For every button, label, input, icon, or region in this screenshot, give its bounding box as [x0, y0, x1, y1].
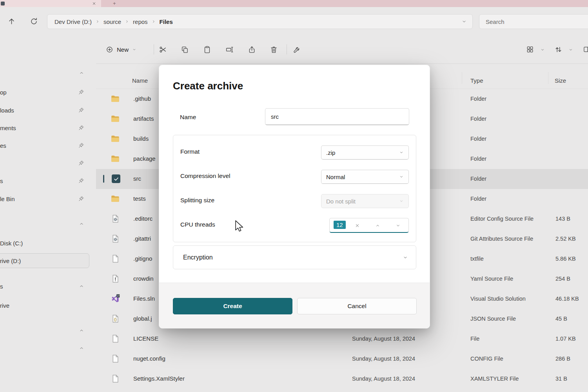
toolbar-bottom-divider: [96, 64, 588, 64]
encryption-expander[interactable]: Encryption: [173, 245, 416, 269]
create-button[interactable]: Create: [173, 298, 292, 314]
breadcrumb-item[interactable]: source: [103, 18, 121, 25]
file-type: Folder: [470, 96, 486, 102]
file-type: Folder: [470, 156, 486, 162]
file-row[interactable]: nuget.configSunday, August 18, 2024CONFI…: [96, 349, 588, 369]
properties-wrench-icon[interactable]: [292, 44, 302, 54]
chevron-down-icon[interactable]: [540, 47, 545, 52]
share-icon[interactable]: [247, 44, 257, 54]
tab-close-icon[interactable]: [92, 1, 96, 6]
sidebar-item-label: s: [0, 178, 3, 184]
sidebar-item-label: Disk (C:): [0, 240, 23, 247]
checkbox-checked[interactable]: [112, 174, 120, 183]
sidebar-item[interactable]: es: [0, 138, 96, 153]
format-dropdown[interactable]: .zip: [321, 145, 409, 160]
file-icon: [111, 354, 120, 363]
section-collapse-icon[interactable]: [79, 70, 84, 76]
sidebar-item-drive[interactable]: rive: [0, 298, 96, 313]
rename-icon[interactable]: [224, 44, 234, 54]
sidebar-item[interactable]: op: [0, 84, 96, 100]
up-icon[interactable]: [7, 17, 16, 25]
compression-value: Normal: [326, 174, 345, 180]
file-type: CONFIG File: [470, 356, 503, 362]
breadcrumb-item[interactable]: repos: [133, 18, 148, 25]
sidebar-item-drive-d[interactable]: rive (D:): [0, 253, 96, 269]
breadcrumb-item[interactable]: Dev Drive (D:): [54, 18, 92, 25]
refresh-icon[interactable]: [30, 17, 38, 25]
sidebar-item[interactable]: le Bin: [0, 191, 96, 207]
file-name: .gitigno: [133, 255, 152, 262]
file-name: crowdin: [133, 275, 154, 282]
archive-name-input[interactable]: [265, 108, 409, 125]
copy-icon[interactable]: [180, 44, 190, 54]
file-name: src: [133, 175, 141, 182]
file-type: Folder: [470, 196, 486, 202]
clear-icon[interactable]: [353, 221, 361, 229]
cancel-button[interactable]: Cancel: [297, 298, 417, 314]
folder-icon: [111, 114, 120, 123]
breadcrumb-dropdown-icon[interactable]: [461, 19, 467, 24]
chevron-down-icon: [403, 255, 408, 260]
sort-icon[interactable]: [553, 44, 563, 54]
explorer-tab[interactable]: [0, 0, 101, 7]
section-collapse-icon[interactable]: [79, 283, 84, 289]
delete-icon[interactable]: [269, 44, 279, 54]
file-name: .gitattri: [133, 235, 151, 242]
archive-options-group: Format .zip Compression level Normal Spl…: [173, 135, 416, 242]
file-size: 46.18 KB: [555, 296, 579, 302]
new-button[interactable]: New: [102, 42, 140, 57]
column-divider[interactable]: [548, 72, 548, 84]
cut-icon[interactable]: [158, 44, 168, 54]
breadcrumb: Dev Drive (D:)sourcereposFiles: [54, 18, 173, 25]
new-tab-icon[interactable]: +: [113, 0, 116, 6]
file-name: artifacts: [133, 115, 154, 122]
chevron-down-icon[interactable]: [568, 47, 573, 52]
column-header-name[interactable]: Name: [132, 77, 148, 84]
file-name: LICENSE: [133, 335, 158, 342]
column-header-size[interactable]: Size: [555, 77, 566, 84]
splitting-value: Do not split: [326, 198, 356, 205]
sidebar-item[interactable]: ments: [0, 120, 96, 136]
json-file-icon: [111, 314, 120, 323]
section-collapse-icon[interactable]: [79, 328, 84, 333]
file-name: global.j: [133, 315, 152, 322]
file-name: package: [133, 155, 156, 162]
yaml-file-icon: [111, 274, 120, 283]
chevron-down-icon: [132, 47, 136, 52]
cpu-threads-spinner[interactable]: 12: [329, 218, 409, 233]
file-name: .editorc: [133, 215, 152, 222]
section-collapse-icon[interactable]: [79, 345, 84, 351]
layout-icon[interactable]: [525, 44, 535, 54]
file-row[interactable]: LICENSESunday, August 18, 2024File1.07 K…: [96, 329, 588, 349]
cpu-threads-value[interactable]: 12: [334, 221, 346, 229]
compression-dropdown[interactable]: Normal: [321, 170, 409, 184]
sidebar-item-label: loads: [0, 107, 14, 114]
sidebar-item[interactable]: loads: [0, 102, 96, 118]
create-archive-dialog: Create archive Name Format .zip Compress…: [159, 65, 430, 328]
file-type: JSON Source File: [470, 316, 516, 322]
breadcrumb-item[interactable]: Files: [160, 18, 173, 25]
search-input[interactable]: [485, 18, 588, 25]
decrement-icon[interactable]: [394, 221, 402, 229]
increment-icon[interactable]: [374, 221, 381, 229]
file-type: Folder: [470, 136, 486, 142]
paste-icon[interactable]: [202, 44, 212, 54]
column-header-type[interactable]: Type: [470, 77, 483, 84]
pin-icon: [78, 107, 84, 113]
section-collapse-icon[interactable]: [79, 221, 84, 227]
titlebar: +: [0, 0, 588, 7]
chevron-down-icon: [399, 199, 404, 203]
sidebar-item-label: es: [0, 142, 6, 149]
cpu-threads-label: CPU threads: [180, 221, 215, 228]
column-divider[interactable]: [462, 72, 462, 84]
file-date-modified: Sunday, August 18, 2024: [352, 376, 415, 382]
sidebar-item-disk-c[interactable]: Disk (C:): [0, 235, 96, 251]
sidebar-item[interactable]: [0, 155, 96, 171]
details-pane-icon[interactable]: [582, 44, 588, 54]
file-row[interactable]: Settings.XamlStylerSunday, August 18, 20…: [96, 369, 588, 389]
dialog-title: Create archive: [173, 80, 243, 92]
sidebar-section-header[interactable]: s: [0, 278, 96, 294]
sidebar-item[interactable]: s: [0, 173, 96, 189]
compression-label: Compression level: [180, 172, 230, 180]
sidebar-item-label: le Bin: [0, 196, 15, 202]
